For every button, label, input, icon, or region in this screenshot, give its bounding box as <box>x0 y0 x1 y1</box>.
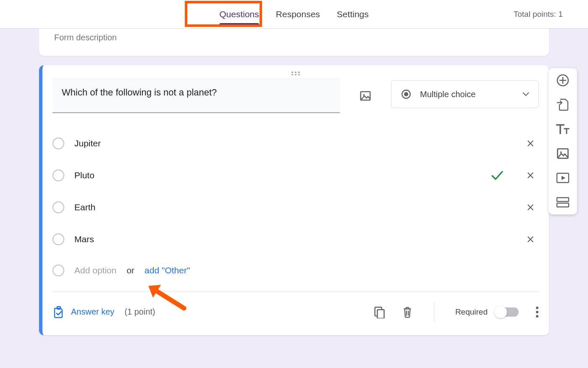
tabs-container: Questions Responses Settings <box>0 0 588 28</box>
question-top-row: Multiple choice <box>52 78 539 113</box>
remove-option-button[interactable] <box>522 235 539 244</box>
svg-point-9 <box>404 92 408 96</box>
radio-empty-icon <box>52 265 64 276</box>
tab-questions[interactable]: Questions <box>217 0 262 28</box>
or-label: or <box>126 265 134 275</box>
total-points-label: Total points: 1 <box>514 10 563 19</box>
option-label[interactable]: Pluto <box>74 170 481 180</box>
top-tab-bar: Questions Responses Settings Total point… <box>0 0 588 29</box>
option-row[interactable]: Pluto <box>52 159 539 191</box>
option-label[interactable]: Mars <box>74 234 512 244</box>
add-other-link[interactable]: add "Other" <box>144 265 190 275</box>
answer-key-label: Answer key <box>71 307 114 317</box>
close-icon <box>526 171 535 180</box>
question-title-field[interactable] <box>52 78 340 113</box>
divider <box>434 302 434 322</box>
question-type-dropdown[interactable]: Multiple choice <box>391 80 539 108</box>
footer-actions: Required <box>373 302 539 322</box>
option-row[interactable]: Jupiter <box>52 127 539 159</box>
add-image-to-question-button[interactable] <box>357 87 374 105</box>
radio-empty-icon <box>52 138 64 149</box>
option-row[interactable]: Mars <box>52 223 539 255</box>
radio-filled-icon <box>401 89 412 100</box>
svg-point-13 <box>536 307 538 309</box>
required-toggle-row: Required <box>455 307 519 317</box>
svg-point-14 <box>536 311 538 313</box>
tab-responses[interactable]: Responses <box>273 0 323 28</box>
chevron-down-icon <box>522 92 529 96</box>
more-vert-icon <box>536 306 539 318</box>
svg-rect-24 <box>557 203 569 207</box>
required-switch[interactable] <box>495 307 519 317</box>
import-icon <box>556 98 569 111</box>
remove-option-button[interactable] <box>522 203 539 212</box>
add-option-row: Add option or add "Other" <box>52 255 539 286</box>
remove-option-button[interactable] <box>522 171 539 180</box>
close-icon <box>526 203 535 212</box>
tab-label: Questions <box>219 9 259 19</box>
correct-answer-icon <box>491 170 504 180</box>
more-options-button[interactable] <box>536 306 539 318</box>
add-title-button[interactable] <box>556 122 570 136</box>
option-label[interactable]: Jupiter <box>74 138 512 148</box>
trash-icon <box>402 306 413 318</box>
close-icon <box>526 235 535 244</box>
question-title-input[interactable] <box>62 87 331 98</box>
option-row[interactable]: Earth <box>52 191 539 223</box>
add-option-placeholder[interactable]: Add option <box>74 265 116 275</box>
video-icon <box>556 172 570 183</box>
image-icon <box>556 148 569 159</box>
close-icon <box>526 139 535 148</box>
required-label: Required <box>455 307 488 317</box>
add-image-button[interactable] <box>556 146 570 161</box>
tab-settings[interactable]: Settings <box>334 0 371 28</box>
form-description-placeholder[interactable]: Form description <box>54 33 534 42</box>
radio-empty-icon <box>52 233 64 245</box>
answer-key-icon <box>53 306 64 318</box>
svg-marker-22 <box>562 176 565 180</box>
duplicate-button[interactable] <box>373 306 385 318</box>
add-section-button[interactable] <box>556 195 570 209</box>
image-icon <box>359 90 372 102</box>
drag-handle-icon[interactable] <box>52 69 539 78</box>
side-toolbox <box>549 68 577 214</box>
tab-label: Settings <box>337 9 369 19</box>
remove-option-button[interactable] <box>522 139 539 148</box>
svg-point-5 <box>298 74 300 75</box>
add-question-button[interactable] <box>556 73 570 87</box>
question-type-label: Multiple choice <box>420 90 475 99</box>
svg-rect-12 <box>377 310 384 318</box>
form-header-card[interactable]: Form description <box>39 29 549 56</box>
option-label[interactable]: Earth <box>74 202 512 212</box>
form-canvas: Form description <box>0 29 588 352</box>
import-questions-button[interactable] <box>556 98 570 112</box>
plus-circle-icon <box>556 74 570 87</box>
copy-icon <box>373 306 385 318</box>
question-footer: Answer key (1 point) <box>52 291 539 332</box>
svg-point-15 <box>536 315 538 318</box>
question-card: Multiple choice Jupiter Pluto <box>39 65 549 335</box>
options-list: Jupiter Pluto Earth <box>52 127 539 286</box>
svg-point-4 <box>295 74 297 75</box>
svg-point-2 <box>298 71 300 73</box>
title-icon <box>556 123 570 135</box>
svg-point-1 <box>295 71 297 73</box>
tab-label: Responses <box>276 9 320 19</box>
section-icon <box>556 197 570 208</box>
svg-point-0 <box>291 71 293 73</box>
delete-button[interactable] <box>402 306 413 318</box>
answer-key-points: (1 point) <box>124 307 155 317</box>
svg-point-20 <box>560 151 562 153</box>
svg-rect-23 <box>557 198 569 201</box>
add-video-button[interactable] <box>556 171 570 185</box>
radio-empty-icon <box>52 169 64 181</box>
answer-key-button[interactable]: Answer key (1 point) <box>52 306 155 318</box>
svg-point-3 <box>291 74 293 75</box>
radio-empty-icon <box>52 201 64 213</box>
